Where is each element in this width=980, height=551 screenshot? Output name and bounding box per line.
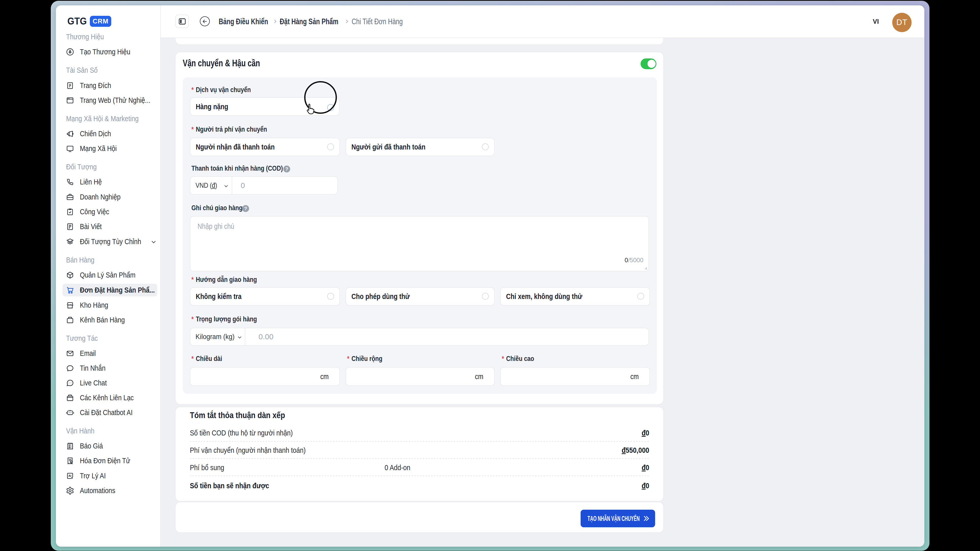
svg-text:AI: AI [68,474,72,477]
